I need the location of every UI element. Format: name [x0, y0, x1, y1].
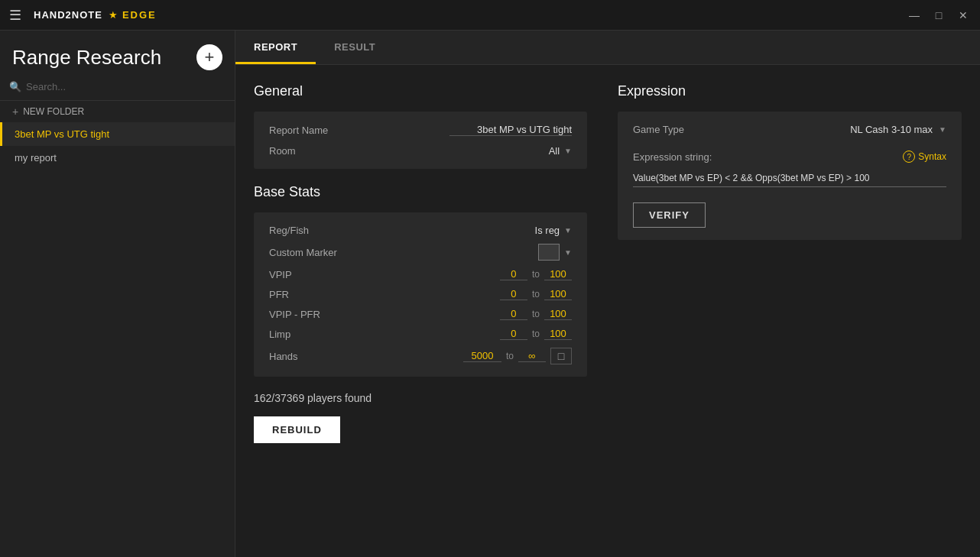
- expression-input[interactable]: [633, 173, 946, 187]
- vpip-inputs: to 100: [500, 268, 572, 280]
- game-type-row: Game Type NL Cash 3-10 max ▼: [633, 124, 946, 135]
- limp-max: 100: [544, 328, 572, 340]
- reg-fish-dropdown-arrow[interactable]: ▼: [564, 226, 572, 235]
- new-folder-label: NEW FOLDER: [23, 106, 84, 117]
- tab-report[interactable]: REPORT: [235, 32, 316, 64]
- general-card: Report Name Room All ▼: [254, 112, 587, 169]
- close-button[interactable]: ✕: [956, 8, 971, 23]
- left-panel: General Report Name Room All ▼: [254, 83, 587, 539]
- vpip-label: VPIP: [269, 269, 346, 280]
- report-name-value: [449, 124, 572, 136]
- add-button[interactable]: +: [196, 44, 222, 70]
- report-name-label: Report Name: [269, 125, 361, 136]
- vpip-row: VPIP to 100: [269, 268, 572, 280]
- limp-to: to: [532, 329, 540, 339]
- edition-label: EDGE: [122, 9, 157, 21]
- custom-marker-row: Custom Marker ▼: [269, 244, 572, 261]
- custom-marker-dropdown-arrow[interactable]: ▼: [564, 248, 572, 257]
- syntax-link[interactable]: ? Syntax: [903, 151, 946, 163]
- vpip-min-input[interactable]: [500, 268, 527, 280]
- pfr-inputs: to 100: [500, 288, 572, 300]
- game-type-label: Game Type: [633, 124, 684, 135]
- new-folder-button[interactable]: + NEW FOLDER: [0, 101, 235, 122]
- custom-marker-inputs: ▼: [538, 244, 572, 261]
- main-layout: Range Research + 🔍 + NEW FOLDER 3bet MP …: [0, 31, 980, 557]
- expression-section-title: Expression: [618, 83, 962, 99]
- players-found-text: 162/37369 players found: [254, 392, 587, 404]
- sidebar-header: Range Research +: [0, 31, 235, 81]
- right-panel: Expression Game Type NL Cash 3-10 max ▼ …: [618, 83, 962, 539]
- vpip-to: to: [532, 269, 540, 280]
- general-section-title: General: [254, 83, 587, 99]
- search-bar: 🔍: [0, 81, 235, 100]
- game-type-dropdown-arrow: ▼: [939, 125, 946, 134]
- tabs: REPORT RESULT: [235, 31, 980, 65]
- content-area: REPORT RESULT General Report Name: [235, 31, 980, 557]
- app-name: HAND2NOTE: [34, 9, 102, 21]
- tab-result[interactable]: RESULT: [316, 32, 394, 64]
- sidebar-item-my-report[interactable]: my report: [0, 146, 235, 170]
- hands-row: Hands to ∞ □: [269, 348, 572, 364]
- hands-to: to: [506, 351, 514, 361]
- panels: General Report Name Room All ▼: [235, 65, 980, 557]
- rebuild-button[interactable]: REBUILD: [254, 416, 340, 443]
- syntax-question-icon: ?: [903, 151, 915, 163]
- hands-inputs: to ∞ □: [463, 348, 572, 364]
- room-label: Room: [269, 145, 361, 157]
- vpip-max: 100: [544, 268, 572, 280]
- verify-button[interactable]: VERIFY: [633, 202, 706, 228]
- window-controls: — □ ✕: [907, 8, 971, 23]
- hands-min-input[interactable]: [463, 350, 501, 362]
- limp-inputs: to 100: [500, 328, 572, 340]
- custom-marker-box[interactable]: [538, 244, 560, 261]
- vpip-pfr-row: VPIP - PFR to 100: [269, 308, 572, 320]
- reg-fish-row: Reg/Fish Is reg ▼: [269, 225, 572, 236]
- search-input[interactable]: [26, 81, 226, 92]
- pfr-label: PFR: [269, 289, 346, 300]
- limp-label: Limp: [269, 329, 346, 340]
- room-row: Room All ▼: [269, 145, 572, 157]
- pfr-row: PFR to 100: [269, 288, 572, 300]
- infinity-box[interactable]: □: [550, 348, 572, 364]
- pfr-min-input[interactable]: [500, 288, 527, 300]
- reg-fish-inputs: Is reg ▼: [535, 225, 572, 236]
- base-stats-section-title: Base Stats: [254, 184, 587, 200]
- report-name-input[interactable]: [449, 124, 572, 136]
- new-folder-plus-icon: +: [12, 105, 18, 118]
- sidebar-item-3bet[interactable]: 3bet MP vs UTG tight: [0, 122, 235, 146]
- maximize-button[interactable]: □: [931, 8, 946, 23]
- pfr-max: 100: [544, 288, 572, 300]
- report-name-row: Report Name: [269, 124, 572, 136]
- sidebar-title: Range Research: [12, 46, 161, 70]
- custom-marker-label: Custom Marker: [269, 247, 346, 258]
- vpip-pfr-min-input[interactable]: [500, 308, 527, 320]
- expression-string-row: Expression string: ? Syntax: [633, 151, 946, 163]
- vpip-pfr-inputs: to 100: [500, 308, 572, 320]
- vpip-pfr-max: 100: [544, 308, 572, 320]
- vpip-pfr-to: to: [532, 309, 540, 319]
- vpip-pfr-label: VPIP - PFR: [269, 309, 346, 320]
- pfr-to: to: [532, 289, 540, 300]
- room-dropdown-arrow: ▼: [564, 147, 572, 155]
- sidebar: Range Research + 🔍 + NEW FOLDER 3bet MP …: [0, 31, 235, 557]
- base-stats-card: Reg/Fish Is reg ▼ Custom Marker ▼: [254, 212, 587, 377]
- star-icon: ★: [109, 9, 118, 21]
- expression-card: Game Type NL Cash 3-10 max ▼ Expression …: [618, 112, 962, 240]
- infinity-icon: □: [558, 350, 564, 362]
- minimize-button[interactable]: —: [907, 8, 922, 23]
- limp-min-input[interactable]: [500, 328, 527, 340]
- hands-label: Hands: [269, 351, 346, 362]
- search-icon: 🔍: [9, 81, 21, 92]
- limp-row: Limp to 100: [269, 328, 572, 340]
- game-type-value[interactable]: NL Cash 3-10 max ▼: [850, 124, 946, 135]
- title-bar: ☰ HAND2NOTE ★ EDGE — □ ✕: [0, 0, 980, 31]
- room-value[interactable]: All ▼: [549, 145, 572, 157]
- reg-fish-label: Reg/Fish: [269, 225, 346, 236]
- hands-infinity: ∞: [518, 350, 546, 362]
- menu-icon[interactable]: ☰: [9, 7, 21, 24]
